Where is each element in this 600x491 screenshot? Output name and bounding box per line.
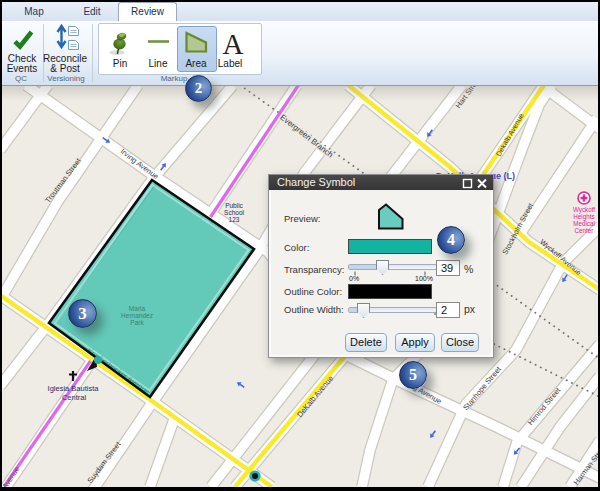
- svg-text:School: School: [224, 209, 244, 216]
- svg-text:Park: Park: [130, 319, 144, 326]
- svg-text:Hernandez: Hernandez: [121, 312, 153, 319]
- svg-text:Central: Central: [62, 393, 87, 402]
- svg-text:Medical: Medical: [573, 220, 595, 227]
- svg-text:Maria: Maria: [129, 305, 146, 312]
- svg-text:Iglesia Bautista: Iglesia Bautista: [48, 384, 100, 393]
- svg-text:Public: Public: [225, 202, 243, 209]
- svg-text:Center: Center: [575, 227, 594, 234]
- svg-text:123: 123: [229, 216, 240, 223]
- svg-text:A: A: [223, 28, 244, 60]
